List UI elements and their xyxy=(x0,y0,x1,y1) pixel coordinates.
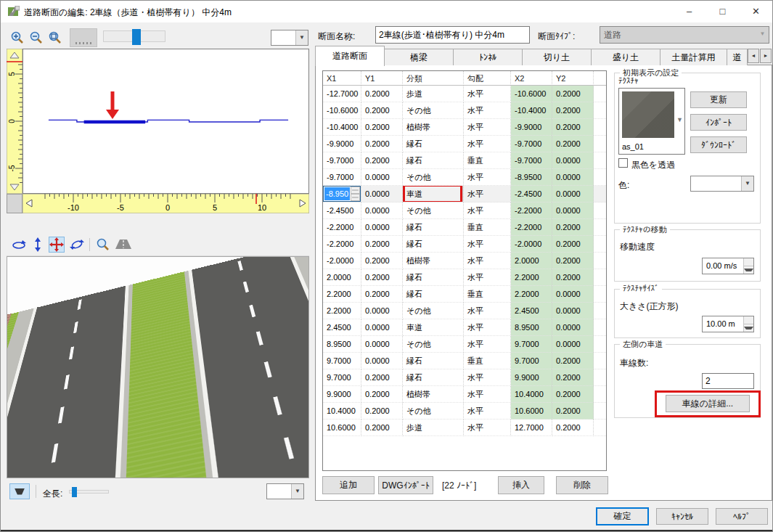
cell-Y2[interactable]: 0.2000 xyxy=(552,86,594,102)
move-vertical-icon[interactable] xyxy=(30,237,46,253)
cell-X2[interactable]: 10.6000 xyxy=(511,403,552,420)
cell-Y1[interactable]: 0.2000 xyxy=(361,386,403,403)
cell-勾配[interactable]: 水平 xyxy=(464,336,511,353)
cell-Y1[interactable]: 0.2000 xyxy=(361,102,403,119)
x1-edit-spinner[interactable]: -8.950 xyxy=(323,186,361,202)
cell-勾配[interactable]: 水平 xyxy=(464,253,511,269)
cross-section-canvas[interactable] xyxy=(23,49,309,194)
cell-Y2[interactable]: 0.2000 xyxy=(552,353,594,369)
cell-X1[interactable]: 2.4500 xyxy=(323,319,361,336)
table-row[interactable]: 9.70000.2000縁石水平9.90000.2000 xyxy=(323,369,606,386)
cell-X1[interactable]: -8.950 xyxy=(323,186,361,202)
cell-X2[interactable]: -2.2000 xyxy=(511,219,552,236)
texture-combo[interactable]: ▼ as_01 xyxy=(618,88,685,155)
cell-分類[interactable]: その他 xyxy=(403,403,464,420)
cell-X1[interactable]: -10.4000 xyxy=(323,119,361,136)
cell-Y1[interactable]: 0.2000 xyxy=(361,136,403,152)
cell-Y2[interactable]: 0.2000 xyxy=(552,403,594,420)
cell-X2[interactable]: -9.9000 xyxy=(511,119,552,136)
cell-X1[interactable]: -12.7000 xyxy=(323,86,361,102)
cell-X1[interactable]: -2.0000 xyxy=(323,253,361,269)
add-button[interactable]: 追加 xyxy=(322,476,375,494)
cell-勾配[interactable]: 垂直 xyxy=(464,353,511,369)
cell-分類[interactable]: 植樹帯 xyxy=(403,119,464,136)
tab-partial[interactable]: 道 xyxy=(727,49,748,65)
tab-tunnel[interactable]: ﾄﾝﾈﾙ xyxy=(453,49,523,65)
cell-Y2[interactable]: 0.2000 xyxy=(552,420,594,436)
cell-分類[interactable]: 縁石 xyxy=(403,236,464,253)
import-button[interactable]: ｲﾝﾎﾟｰﾄ xyxy=(690,114,747,131)
cell-Y2[interactable]: 0.2000 xyxy=(552,386,594,403)
cell-X2[interactable]: -9.7000 xyxy=(511,152,552,169)
tab-earthwork[interactable]: 土量計算用 xyxy=(660,49,727,65)
cell-分類[interactable]: 縁石 xyxy=(403,353,464,369)
cell-X1[interactable]: 9.7000 xyxy=(323,369,361,386)
table-row[interactable]: -9.70000.2000縁石垂直-9.70000.0000 xyxy=(323,152,606,169)
cell-X2[interactable]: 2.0000 xyxy=(511,253,552,269)
black-transparent-checkbox[interactable] xyxy=(618,158,628,168)
cell-勾配[interactable]: 水平 xyxy=(464,102,511,119)
cell-Y2[interactable]: 0.2000 xyxy=(552,269,594,286)
cell-分類[interactable]: 歩道 xyxy=(403,86,464,102)
x1-edit-value[interactable]: -8.950 xyxy=(324,187,350,200)
cell-Y2[interactable]: 0.2000 xyxy=(552,236,594,253)
cell-X1[interactable]: 2.2000 xyxy=(323,286,361,303)
cell-X1[interactable]: 8.9500 xyxy=(323,336,361,353)
tab-scroll-left[interactable]: ◄ xyxy=(748,49,759,63)
cell-X1[interactable]: 10.6000 xyxy=(323,420,361,436)
tab-fill[interactable]: 盛り土 xyxy=(591,49,660,65)
pan-icon-selected[interactable] xyxy=(49,237,65,253)
table-row[interactable]: -10.40000.2000植樹帯水平-9.90000.2000 xyxy=(323,119,606,136)
move-speed-spinner[interactable]: 0.00 m/s xyxy=(702,258,754,274)
cell-X2[interactable]: -9.7000 xyxy=(511,136,552,152)
minimize-button[interactable]: – xyxy=(673,1,705,22)
spin-arrows[interactable] xyxy=(351,187,360,201)
cancel-button[interactable]: ｷｬﾝｾﾙ xyxy=(656,508,708,525)
cell-X2[interactable]: -8.9500 xyxy=(511,169,552,186)
cell-Y2[interactable]: 0.0000 xyxy=(552,286,594,303)
cell-勾配[interactable]: 水平 xyxy=(464,403,511,420)
table-row[interactable]: 2.20000.2000縁石垂直2.20000.0000 xyxy=(323,286,606,303)
cell-Y2[interactable]: 0.0000 xyxy=(552,303,594,319)
cell-Y2[interactable]: 0.2000 xyxy=(552,253,594,269)
cell-勾配[interactable]: 水平 xyxy=(464,169,511,186)
help-button[interactable]: ﾍﾙﾌﾟ xyxy=(716,508,768,525)
color-combo[interactable]: ▼ xyxy=(690,176,754,192)
cell-分類[interactable]: その他 xyxy=(403,202,464,219)
cell-Y1[interactable]: 0.0000 xyxy=(361,336,403,353)
cell-Y2[interactable]: 0.0000 xyxy=(552,319,594,336)
cell-分類[interactable]: その他 xyxy=(403,336,464,353)
cell-X2[interactable]: 9.9000 xyxy=(511,369,552,386)
cell-勾配[interactable]: 水平 xyxy=(464,202,511,219)
cell-分類[interactable]: 植樹帯 xyxy=(403,253,464,269)
cell-勾配[interactable]: 水平 xyxy=(464,86,511,102)
cell-Y2[interactable]: 0.2000 xyxy=(552,119,594,136)
cell-Y1[interactable]: 0.0000 xyxy=(361,303,403,319)
cell-X1[interactable]: -9.7000 xyxy=(323,152,361,169)
table-row[interactable]: 2.45000.0000車道水平8.95000.0000 xyxy=(323,319,606,336)
table-row[interactable]: -9.70000.0000その他水平-8.95000.0000 xyxy=(323,169,606,186)
size-spinner[interactable]: 10.00 m xyxy=(702,316,754,332)
cell-分類[interactable]: 車道 xyxy=(403,319,464,336)
cell-Y1[interactable]: 0.2000 xyxy=(361,269,403,286)
cell-Y1[interactable]: 0.2000 xyxy=(361,403,403,420)
cell-X2[interactable]: 12.7000 xyxy=(511,420,552,436)
table-row[interactable]: -10.60000.2000その他水平-10.40000.2000 xyxy=(323,102,606,119)
cell-X2[interactable]: 9.7000 xyxy=(511,336,552,353)
cell-勾配[interactable]: 水平 xyxy=(464,136,511,152)
cell-Y1[interactable]: 0.0000 xyxy=(361,169,403,186)
cell-X1[interactable]: -2.4500 xyxy=(323,202,361,219)
cell-Y1[interactable]: 0.2000 xyxy=(361,86,403,102)
cell-勾配[interactable]: 水平 xyxy=(464,319,511,336)
table-row[interactable]: 10.60000.2000歩道水平12.70000.2000 xyxy=(323,420,606,436)
cell-X2[interactable]: 2.4500 xyxy=(511,303,552,319)
delete-button[interactable]: 削除 xyxy=(556,476,608,494)
vertical-ruler[interactable]: 50-5 xyxy=(7,49,23,194)
cell-分類[interactable]: 歩道 xyxy=(403,420,464,436)
cell-分類[interactable]: その他 xyxy=(403,169,464,186)
cell-分類[interactable]: 縁石 xyxy=(403,219,464,236)
view3d-combo[interactable]: ▼ xyxy=(266,483,304,499)
cell-Y1[interactable]: 0.2000 xyxy=(361,420,403,436)
cell-Y2[interactable]: 0.0000 xyxy=(552,202,594,219)
table-row[interactable]: 8.95000.0000その他水平9.70000.0000 xyxy=(323,336,606,353)
